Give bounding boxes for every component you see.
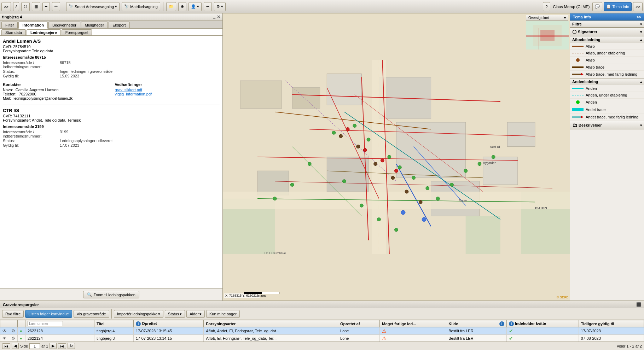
measure-btn[interactable]: ━ <box>42 2 50 11</box>
company-section-1: Andel Lumen A/S CVR: 25784510 Forsynings… <box>3 39 220 100</box>
contact-mail-label: Mail: <box>3 96 11 100</box>
overview-dropdown-icon[interactable]: ▾ <box>564 16 566 20</box>
beskrivelser-section-header[interactable]: 🗂 Beskrivelser ▾ <box>570 121 644 129</box>
page-number-input[interactable] <box>29 343 40 349</box>
folder-btn[interactable]: 📁 <box>166 2 176 11</box>
expand-icon: >> <box>4 5 8 9</box>
legend-andet-trace-farlig: Andet trace, med farlig ledning <box>570 113 644 121</box>
gear-btn[interactable]: ⚙ ▾ <box>214 2 226 11</box>
svg-point-47 <box>377 218 381 221</box>
tab-information[interactable]: Information <box>18 22 48 29</box>
info-btn[interactable]: i <box>13 2 19 11</box>
col-oprettet: i Oprettet <box>133 320 204 327</box>
link-btn[interactable]: ⊕ <box>178 2 186 11</box>
svg-rect-5 <box>396 122 466 178</box>
svg-point-50 <box>290 183 294 187</box>
matrikel-icon: 🔭 <box>124 4 129 9</box>
svg-point-55 <box>391 176 395 180</box>
alder-btn[interactable]: Alder ▾ <box>186 310 205 318</box>
filtre-section-header[interactable]: Filtre ▾ <box>570 21 644 28</box>
signaturer-section-header[interactable]: ⬡ Signaturer ▾ <box>570 28 644 36</box>
last-page-btn[interactable]: ⏭ <box>58 343 66 349</box>
divider2 <box>163 2 163 11</box>
kun-mine-btn[interactable]: Kun mine sager <box>206 310 240 318</box>
close-icon[interactable]: ✕ <box>217 14 220 19</box>
layers-btn[interactable]: ⬡ <box>21 2 30 11</box>
area-number-label-2: Interesseområde / indberetningsnummer: <box>3 130 59 138</box>
ryd-filtre-btn[interactable]: Ryd filtre <box>2 310 24 318</box>
svg-point-76 <box>576 58 580 62</box>
alder-arrow-icon: ▾ <box>199 312 202 316</box>
tab-eksport[interactable]: Eksport <box>109 22 129 28</box>
bottom-panel-expand-icon[interactable]: ⬛ <box>636 302 641 307</box>
legend-afloeb-trace: Afløb trace <box>570 64 644 71</box>
col-lernummer[interactable] <box>25 320 94 327</box>
alder-label: Alder <box>190 312 199 316</box>
afloeb-arrow-icon: ▴ <box>640 38 642 42</box>
map-area[interactable]: Ved Kl... Bygarden Ruten RUTEN Hf. Husum… <box>223 13 570 301</box>
pen-btn[interactable]: ✏ <box>52 2 60 11</box>
map-svg[interactable]: Ved Kl... Bygarden Ruten RUTEN Hf. Husum… <box>223 13 570 301</box>
sub-tab-stamdata[interactable]: Stamdata <box>1 29 26 35</box>
gear-icon: ⚙ <box>11 328 15 333</box>
expand-btn[interactable]: >> <box>1 2 11 11</box>
chat-btn[interactable]: 💬 <box>592 2 602 11</box>
minimize-icon[interactable]: _ <box>213 14 215 19</box>
vigtig-info-link[interactable]: vigtig_information.pdf <box>115 92 152 96</box>
row2-oprettet: 17-07-2023 13:14:15 <box>133 335 204 342</box>
row2-oprettet-af: Lone <box>338 335 380 342</box>
col-info2: i <box>497 320 506 327</box>
collapse-right-btn[interactable]: >> <box>633 2 643 11</box>
link-1[interactable]: grav_sikkert.pdf <box>115 88 220 92</box>
zoom-btn[interactable]: 🔍 Zoom til ledningspakken <box>83 291 139 298</box>
table-row[interactable]: 👁 ⚙ ● 2622124 tingbjerg 3 17-07-2023 13:… <box>0 335 644 342</box>
row2-gear[interactable]: ⚙ <box>9 335 18 342</box>
row2-eye[interactable]: 👁 <box>0 335 9 342</box>
importer-btn[interactable]: Importér ledningspakke ▾ <box>114 310 163 318</box>
svg-point-56 <box>405 190 408 193</box>
prev-page-btn[interactable]: ◀ <box>12 343 19 349</box>
status-btn[interactable]: Status ▾ <box>165 310 185 318</box>
sub-tab-ledningsejere[interactable]: Ledningsejere <box>27 29 61 35</box>
right-panel-expand-icon[interactable]: >> <box>637 15 641 19</box>
row2-lernummer: 2622124 <box>25 335 94 342</box>
person-btn[interactable]: 👤 ▾ <box>188 2 202 11</box>
svg-point-37 <box>398 166 401 169</box>
scale-label: 100m <box>258 294 266 298</box>
contact-mail-row: Mail: ledningsoplysninger@andel-lumen.dk <box>3 96 108 100</box>
afloeb-section-header[interactable]: Afloebsledning ▴ <box>570 36 644 43</box>
arrow-btn[interactable]: ↩ <box>204 2 212 11</box>
lernummer-filter-input[interactable] <box>28 321 63 326</box>
matrikel-search-btn[interactable]: 🔭 Matrikelsøgning <box>122 2 160 11</box>
next-page-btn[interactable]: ▶ <box>50 343 57 349</box>
sdfe-text: © SDFE <box>557 296 568 299</box>
signaturer-arrow-icon: ▾ <box>640 30 642 34</box>
afloeb-line-label: Afløb <box>586 44 595 48</box>
overview-map[interactable] <box>526 21 568 49</box>
link-2[interactable]: vigtig_information.pdf <box>115 92 220 96</box>
tab-filter[interactable]: Filter <box>1 22 18 28</box>
warn-icon: ⚠ <box>382 328 387 334</box>
tab-begivenheder[interactable]: Begivenheder <box>48 22 80 28</box>
afloeb-label: Afloebsledning <box>572 37 600 42</box>
vis-graveomraade-btn[interactable]: Vis graveområde <box>74 310 109 318</box>
panel-content: Andel Lumen A/S CVR: 25784510 Forsynings… <box>0 36 222 288</box>
anden-section-header[interactable]: Andenledning ▴ <box>570 78 644 85</box>
sub-tab-forespoergsel[interactable]: Forespørgsel <box>62 29 92 35</box>
tema-info-btn[interactable]: 📋 Tema info <box>604 2 632 11</box>
first-page-btn[interactable]: ⏮ <box>2 343 10 349</box>
col-forsyningsarter: Forsyningsarter <box>204 320 338 327</box>
help-btn[interactable]: ? <box>543 2 550 11</box>
table-btn[interactable]: ▦ <box>32 2 40 11</box>
svg-marker-85 <box>581 116 584 118</box>
table-row[interactable]: 👁 ⚙ ● 2622128 tingbjerg 4 17-07-2023 13:… <box>0 327 644 335</box>
refresh-btn[interactable]: ↻ <box>68 343 75 349</box>
listen-btn[interactable]: Listen følger kortvindue <box>25 310 72 318</box>
tab-muligheder[interactable]: Muligheder <box>81 22 108 28</box>
grav-sikkert-link[interactable]: grav_sikkert.pdf <box>115 88 143 92</box>
row1-gear[interactable]: ⚙ <box>9 327 18 335</box>
address-search-btn[interactable]: 🔭 Smart Adressesøgning ▾ <box>66 2 120 11</box>
row1-eye[interactable]: 👁 <box>0 327 9 335</box>
legend-afloeb-dot: Afløb <box>570 57 644 64</box>
afloeb-trace-farlig-label: Afløb trace, med farlig ledning <box>586 72 637 76</box>
